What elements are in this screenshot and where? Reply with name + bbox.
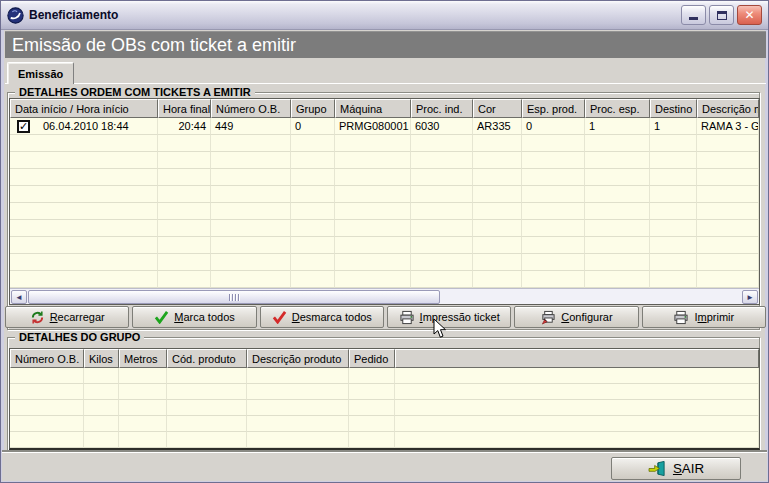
desmarca-todos-label: Desmarca todos	[292, 311, 372, 323]
minimize-button[interactable]	[681, 5, 706, 25]
imprimir-label: Imprimir	[694, 311, 734, 323]
window-title: Beneficiamento	[29, 8, 118, 22]
scroll-left-button[interactable]: ◄	[11, 290, 27, 304]
close-icon: ✕	[744, 8, 754, 22]
column-header-descricao-produto[interactable]: Descrição produto	[247, 349, 349, 368]
maximize-icon	[717, 11, 727, 20]
cell-grupo: 0	[291, 118, 335, 135]
table-row-empty	[10, 203, 759, 220]
marca-todos-button[interactable]: Marca todos	[132, 306, 256, 328]
horizontal-scrollbar[interactable]: ◄ ►	[10, 288, 759, 304]
orders-header-row: Data início / Hora início Hora final Núm…	[10, 99, 759, 118]
tab-strip: Emissão	[5, 58, 766, 84]
desmarca-todos-button[interactable]: Desmarca todos	[260, 306, 384, 328]
impressao-ticket-label: Impressão ticket	[420, 311, 500, 323]
table-row-empty	[10, 416, 759, 432]
grupo-header-row: Número O.B. Kilos Metros Cód. produto De…	[10, 349, 759, 368]
table-row-empty	[10, 220, 759, 237]
column-header-numero-ob[interactable]: Número O.B.	[211, 99, 291, 118]
refresh-icon	[30, 310, 45, 325]
titlebar[interactable]: Beneficiamento ✕	[1, 1, 768, 30]
close-button[interactable]: ✕	[737, 5, 762, 25]
column-header-descricao-maquina[interactable]: Descrição má	[697, 99, 759, 118]
cell-destino: 1	[650, 118, 697, 135]
column-header-metros[interactable]: Metros	[119, 349, 167, 368]
check-green-icon	[154, 310, 169, 324]
table-row-empty	[10, 368, 759, 384]
table-row-empty	[10, 432, 759, 448]
table-row-empty	[10, 152, 759, 169]
column-header-cod-produto[interactable]: Cód. produto	[167, 349, 247, 368]
column-header-hora-final[interactable]: Hora final	[158, 99, 211, 118]
table-row-empty	[10, 186, 759, 203]
scroll-right-button[interactable]: ►	[742, 290, 758, 304]
printer-icon	[399, 310, 415, 325]
column-header-pedido[interactable]: Pedido	[349, 349, 395, 368]
cell-proc-ind: 6030	[411, 118, 473, 135]
cell-esp-prod: 0	[522, 118, 585, 135]
recarregar-label: Recarregar	[50, 311, 105, 323]
cell-cor: AR335	[473, 118, 522, 135]
cell-hora-final: 20:44	[158, 118, 211, 135]
sair-button[interactable]: SAIR	[611, 457, 741, 480]
column-header-destino[interactable]: Destino	[650, 99, 697, 118]
marca-todos-label: Marca todos	[174, 311, 235, 323]
toolbar: Recarregar Marca todos Desmarca todos Im…	[5, 306, 766, 328]
column-header-maquina[interactable]: Máquina	[335, 99, 411, 118]
grupo-table: Número O.B. Kilos Metros Cód. produto De…	[10, 349, 759, 448]
scroll-right-icon: ►	[746, 293, 754, 302]
impressao-ticket-button[interactable]: Impressão ticket	[387, 306, 511, 328]
scrollbar-thumb[interactable]	[28, 290, 440, 304]
exit-icon	[648, 460, 667, 477]
table-row-empty	[10, 169, 759, 186]
column-header-proc-ind[interactable]: Proc. ind.	[411, 99, 473, 118]
table-row-empty	[10, 254, 759, 271]
configurar-label: Configurar	[561, 311, 612, 323]
imprimir-button[interactable]: Imprimir	[642, 306, 766, 328]
maximize-button[interactable]	[709, 5, 734, 25]
minimize-icon	[689, 17, 698, 20]
table-row-empty	[10, 237, 759, 254]
column-header-esp-prod[interactable]: Esp. prod.	[522, 99, 585, 118]
page-title-band: Emissão de OBs com ticket a emitir	[5, 31, 766, 58]
column-header-cor[interactable]: Cor	[473, 99, 522, 118]
configurar-button[interactable]: Configurar	[514, 306, 638, 328]
grupo-groupbox: DETALHES DO GRUPO Número O.B. Kilos Metr…	[7, 337, 760, 452]
app-window: Beneficiamento ✕ Emissão de OBs com tick…	[0, 0, 769, 483]
order-row[interactable]: ✓ 06.04.2010 18:44 20:44 449 0 PRMG08000…	[10, 118, 759, 135]
table-row-empty	[10, 400, 759, 416]
tab-emissao[interactable]: Emissão	[7, 62, 74, 84]
page-title: Emissão de OBs com ticket a emitir	[12, 35, 296, 56]
column-header-numero-ob[interactable]: Número O.B.	[10, 349, 84, 368]
checkmark-icon: ✓	[19, 122, 28, 131]
check-red-icon	[272, 310, 287, 324]
printer-icon	[673, 310, 689, 325]
grupo-grid: Número O.B. Kilos Metros Cód. produto De…	[9, 348, 760, 450]
footer-panel: SAIR	[2, 452, 767, 481]
column-header-datetime[interactable]: Data início / Hora início	[10, 99, 158, 118]
cell-maquina: PRMG080001	[335, 118, 411, 135]
orders-grid: Data início / Hora início Hora final Núm…	[9, 98, 760, 305]
orders-table: Data início / Hora início Hora final Núm…	[10, 99, 759, 288]
app-icon	[7, 7, 24, 24]
recarregar-button[interactable]: Recarregar	[5, 306, 129, 328]
cell-datetime: 06.04.2010 18:44	[43, 120, 129, 132]
column-header-kilos[interactable]: Kilos	[84, 349, 119, 368]
column-header-proc-esp[interactable]: Proc. esp.	[585, 99, 650, 118]
orders-groupbox: DETALHES ORDEM COM TICKETS A EMITIR Data…	[7, 92, 760, 330]
window-controls: ✕	[681, 5, 762, 25]
table-row-empty	[10, 271, 759, 288]
row-checkbox[interactable]: ✓	[17, 120, 30, 133]
table-row-empty	[10, 135, 759, 152]
cell-descricao-maquina: RAMA 3 - GA	[697, 118, 759, 135]
column-header-empty	[395, 349, 759, 368]
scroll-left-icon: ◄	[15, 293, 23, 302]
table-row-empty	[10, 384, 759, 400]
scrollbar-grip-icon	[229, 294, 239, 301]
cell-proc-esp: 1	[585, 118, 650, 135]
cell-numero-ob: 449	[211, 118, 291, 135]
sair-label: SAIR	[673, 461, 704, 476]
printer-config-icon	[540, 310, 556, 325]
column-header-grupo[interactable]: Grupo	[291, 99, 335, 118]
tab-label: Emissão	[18, 68, 63, 80]
